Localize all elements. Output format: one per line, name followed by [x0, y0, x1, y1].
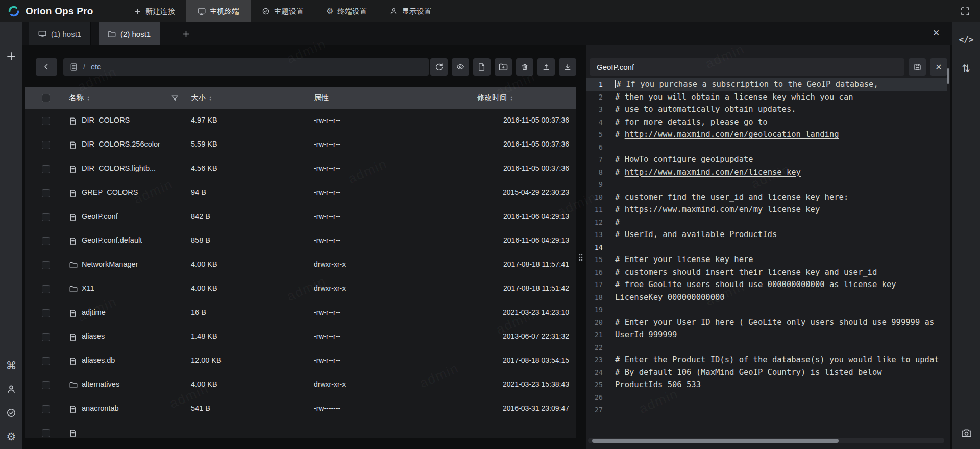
- code-line[interactable]: 25ProductIds 506 533: [586, 379, 947, 391]
- file-name[interactable]: GREP_COLORS: [82, 188, 138, 196]
- table-row[interactable]: aliases 1.48 KB -rw-r--r-- 2013-06-07 22…: [24, 325, 576, 349]
- code-line[interactable]: 22: [586, 341, 947, 354]
- code-line[interactable]: 3# use to automatically obtain updates.: [586, 103, 947, 116]
- file-name[interactable]: DIR_COLORS: [82, 116, 130, 124]
- download-button[interactable]: [559, 58, 576, 76]
- code-line[interactable]: 21UserId 999999: [586, 328, 947, 341]
- code-line[interactable]: 27: [586, 404, 947, 416]
- sort-lines-icon[interactable]: ⇅: [952, 62, 980, 75]
- code-line[interactable]: 19: [586, 303, 947, 316]
- code-line[interactable]: 26: [586, 391, 947, 404]
- editor-vertical-scrollbar-thumb[interactable]: [947, 68, 949, 84]
- column-header-mtime[interactable]: 修改时间 ▲▼: [477, 93, 513, 103]
- table-row[interactable]: adjtime 16 B -rw-r--r-- 2021-03-23 14:23…: [24, 301, 576, 325]
- path-segment[interactable]: etc: [91, 63, 101, 71]
- new-tab-icon[interactable]: [180, 28, 192, 39]
- file-name[interactable]: anacrontab: [82, 404, 119, 412]
- code-line[interactable]: 24# By default 106 (MaxMind GeoIP Countr…: [586, 366, 947, 379]
- file-name[interactable]: NetworkManager: [82, 260, 138, 268]
- table-row[interactable]: X11 4.00 KB drwxr-xr-x 2017-08-18 11:51:…: [24, 277, 576, 301]
- row-checkbox[interactable]: [42, 429, 50, 437]
- row-checkbox[interactable]: [42, 357, 50, 365]
- close-panel-icon[interactable]: ✕: [930, 28, 942, 38]
- file-name[interactable]: GeoIP.conf: [82, 212, 118, 220]
- select-all-checkbox[interactable]: [42, 94, 50, 102]
- row-checkbox[interactable]: [42, 141, 50, 149]
- code-line[interactable]: 7# HowTo configure geoipupdate: [586, 153, 947, 166]
- settings-gear-icon[interactable]: ⚙: [7, 431, 16, 442]
- table-row[interactable]: GREP_COLORS 94 B -rw-r--r-- 2015-04-29 2…: [24, 181, 576, 205]
- upload-button[interactable]: [537, 58, 555, 76]
- file-name[interactable]: aliases: [82, 332, 105, 340]
- breadcrumb[interactable]: / etc: [63, 58, 429, 76]
- row-checkbox[interactable]: [42, 285, 50, 293]
- tab-files-host1[interactable]: (2) host1: [99, 22, 160, 45]
- code-line[interactable]: 18LicenseKey 000000000000: [586, 291, 947, 304]
- command-icon[interactable]: ⌘: [6, 360, 17, 371]
- table-row[interactable]: alternatives 4.00 KB drwxr-xr-x 2021-03-…: [24, 373, 576, 397]
- table-row[interactable]: DIR_COLORS 4.97 KB -rw-r--r-- 2016-11-05…: [24, 109, 576, 133]
- code-line[interactable]: 10# customer find the user_id and licens…: [586, 191, 947, 204]
- table-row[interactable]: GeoIP.conf.default 858 B -rw-r--r-- 2016…: [24, 229, 576, 253]
- code-line[interactable]: 15# Enter your license key here: [586, 253, 947, 266]
- sort-icon[interactable]: ▲▼: [510, 96, 513, 101]
- tab-terminal-host1[interactable]: (1) host1: [29, 22, 91, 45]
- refresh-button[interactable]: [430, 58, 448, 76]
- code-line[interactable]: 14: [586, 241, 947, 254]
- row-checkbox[interactable]: [42, 117, 50, 125]
- table-row[interactable]: aliases.db 12.00 KB -rw-r--r-- 2017-08-1…: [24, 349, 576, 373]
- row-checkbox[interactable]: [42, 213, 50, 221]
- code-line[interactable]: 4# for more details, please go to: [586, 116, 947, 129]
- code-view-icon[interactable]: </>: [952, 35, 980, 44]
- resize-handle-icon[interactable]: [578, 253, 583, 262]
- row-checkbox[interactable]: [42, 189, 50, 197]
- row-checkbox[interactable]: [42, 309, 50, 317]
- screenshot-camera-icon[interactable]: [961, 428, 972, 438]
- code-line[interactable]: 23# Enter the Product ID(s) of the datab…: [586, 353, 947, 366]
- code-editor[interactable]: 1# If you purchase a subscription to the…: [586, 77, 947, 434]
- table-row[interactable]: DIR_COLORS.256color 5.59 KB -rw-r--r-- 2…: [24, 133, 576, 157]
- code-line[interactable]: 11# https://www.maxmind.com/en/my_licens…: [586, 203, 947, 216]
- code-line[interactable]: 9: [586, 178, 947, 191]
- new-connection-icon[interactable]: [5, 50, 17, 63]
- file-name[interactable]: DIR_COLORS.lightb...: [82, 164, 156, 172]
- theme-icon[interactable]: [6, 408, 16, 418]
- filter-icon[interactable]: [171, 94, 179, 102]
- code-line[interactable]: 2# then you will obtain a license key wh…: [586, 91, 947, 104]
- code-line[interactable]: 1# If you purchase a subscription to the…: [586, 78, 947, 91]
- new-folder-button[interactable]: [495, 58, 512, 76]
- scrollbar-thumb[interactable]: [592, 439, 839, 443]
- fullscreen-icon[interactable]: [959, 6, 972, 17]
- code-line[interactable]: 5# http://www.maxmind.com/en/geolocation…: [586, 128, 947, 141]
- delete-button[interactable]: [516, 58, 533, 76]
- table-row[interactable]: anacrontab 541 B -rw------- 2016-03-31 2…: [24, 397, 576, 421]
- row-checkbox[interactable]: [42, 237, 50, 245]
- editor-filename-input[interactable]: GeoIP.conf: [590, 58, 904, 76]
- config-link[interactable]: http://www.maxmind.com/en/geolocation_la…: [625, 130, 839, 139]
- config-link[interactable]: https://www.maxmind.com/en/my_license_ke…: [625, 205, 820, 214]
- row-checkbox[interactable]: [42, 165, 50, 173]
- table-row[interactable]: GeoIP.conf 842 B -rw-r--r-- 2016-11-06 0…: [24, 205, 576, 229]
- table-row[interactable]: [24, 421, 576, 438]
- code-line[interactable]: 20# Enter your User ID here ( GeoLite on…: [586, 316, 947, 329]
- back-button[interactable]: [36, 58, 57, 76]
- code-line[interactable]: 8# http://www.maxmind.com/en/license_key: [586, 166, 947, 179]
- code-line[interactable]: 17# free GeoLite users should use 000000…: [586, 278, 947, 291]
- file-name[interactable]: adjtime: [82, 308, 106, 316]
- file-name[interactable]: X11: [82, 284, 94, 292]
- table-row[interactable]: NetworkManager 4.00 KB drwxr-xr-x 2017-0…: [24, 253, 576, 277]
- editor-close-button[interactable]: ✕: [930, 58, 947, 76]
- nav-item-3[interactable]: 主题设置: [251, 0, 315, 22]
- code-line[interactable]: 13# UserId, and available ProductIds: [586, 228, 947, 241]
- code-line[interactable]: 6: [586, 141, 947, 154]
- file-name[interactable]: aliases.db: [82, 356, 115, 364]
- config-link[interactable]: http://www.maxmind.com/en/license_key: [625, 168, 801, 177]
- table-row[interactable]: DIR_COLORS.lightb... 4.56 KB -rw-r--r-- …: [24, 157, 576, 181]
- row-checkbox[interactable]: [42, 333, 50, 341]
- column-header-name[interactable]: 名称 ▲▼: [69, 93, 90, 103]
- row-checkbox[interactable]: [42, 405, 50, 413]
- sort-icon[interactable]: ▲▼: [209, 96, 212, 101]
- new-file-button[interactable]: [473, 58, 491, 76]
- file-name[interactable]: GeoIP.conf.default: [82, 236, 142, 244]
- row-checkbox[interactable]: [42, 381, 50, 389]
